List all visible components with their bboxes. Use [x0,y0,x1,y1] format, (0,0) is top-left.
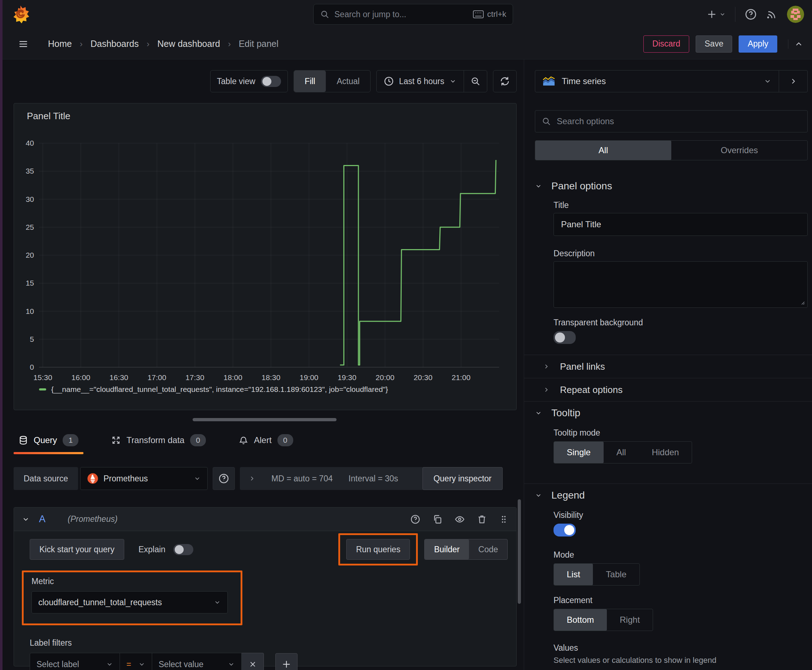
metric-select[interactable]: cloudflared_tunnel_total_requests [32,591,228,613]
repeat-options-label: Repeat options [560,384,622,396]
fill-option[interactable]: Fill [294,71,326,92]
panel-title-input[interactable]: Panel Title [554,213,808,236]
legend-right-option[interactable]: Right [607,609,653,631]
panel-options-header[interactable]: Panel options [535,180,808,192]
tab-overrides[interactable]: Overrides [671,140,807,160]
legend-header[interactable]: Legend [535,490,808,501]
eye-icon [455,514,465,524]
label-filters-label: Label filters [30,638,509,648]
horizontal-scrollbar[interactable] [193,418,337,421]
timeseries-viz-icon [542,76,555,86]
tooltip-header[interactable]: Tooltip [535,407,808,419]
breadcrumb-new-dashboard[interactable]: New dashboard [158,39,220,49]
time-series-chart[interactable]: 051015202530354015:3016:0016:3017:0017:3… [19,122,510,383]
datasource-help-button[interactable] [213,467,235,490]
actual-option[interactable]: Actual [326,71,370,92]
avatar[interactable] [787,6,804,23]
panel-options-sidebar: Time series Search options All Overrides… [524,59,812,670]
resize-handle-icon[interactable] [799,298,805,305]
query-options-bar[interactable]: MD = auto = 704 Interval = 30s Query ins… [240,467,503,490]
query-options-md: MD = auto = 704 [271,474,332,484]
query-inspector-button[interactable]: Query inspector [422,467,503,490]
add-filter-button[interactable] [275,653,298,670]
save-button[interactable]: Save [696,36,732,52]
time-range-label: Last 6 hours [399,76,444,86]
discard-button[interactable]: Discard [643,36,689,52]
builder-option[interactable]: Builder [425,540,469,559]
svg-text:19:30: 19:30 [337,373,357,382]
keyboard-icon [473,10,484,18]
query-help-button[interactable] [410,514,420,524]
svg-text:20: 20 [26,251,34,259]
metric-value: cloudflared_tunnel_total_requests [38,598,162,607]
duplicate-query-button[interactable] [432,514,442,524]
tooltip-hidden-option[interactable]: Hidden [639,442,692,463]
datasource-picker[interactable]: Prometheus [80,467,208,490]
grafana-logo-icon[interactable] [11,5,30,24]
panel: Panel Title 051015202530354015:3016:0016… [14,103,517,410]
chevron-down-icon [535,183,542,189]
tab-alert[interactable]: Alert 0 [234,431,298,454]
database-icon [19,436,28,445]
news-button[interactable] [766,8,778,20]
zoom-out-button[interactable] [464,71,487,92]
new-menu-button[interactable] [706,9,726,20]
refresh-button[interactable] [493,70,517,92]
menu-toggle-button[interactable] [17,39,29,49]
legend-placement-switch: Bottom Right [554,609,653,631]
vertical-scrollbar[interactable] [518,499,521,604]
kick-start-button[interactable]: Kick start your query [30,539,124,560]
query-options-interval: Interval = 30s [348,474,398,484]
query-toolbar: Kick start your query Explain Run querie… [14,531,516,560]
breadcrumb-bar: Home › Dashboards › New dashboard › Edit… [0,29,812,59]
breadcrumb-dashboards[interactable]: Dashboards [91,39,139,49]
tab-transform-label: Transform data [126,435,185,445]
legend-visibility-toggle[interactable] [554,524,576,536]
toggle-query-visibility-button[interactable] [455,514,465,524]
toggle-viz-picker-button[interactable] [779,71,807,92]
description-label: Description [554,249,808,259]
explain-toggle[interactable] [173,544,193,555]
tab-query[interactable]: Query 1 [14,431,83,454]
tab-all[interactable]: All [535,140,671,160]
operator-dropdown[interactable]: = [120,653,152,670]
options-search-input[interactable]: Search options [535,110,808,132]
chart-legend[interactable]: {__name__="cloudflared_tunnel_total_requ… [39,385,511,394]
svg-text:19:00: 19:00 [300,373,319,382]
tab-transform-data[interactable]: Transform data 0 [106,431,211,454]
panel-view-toolbar: Table view Fill Actual Last 6 hours [14,70,524,92]
apply-button[interactable]: Apply [739,36,777,52]
repeat-options-section[interactable]: Repeat options [543,378,808,401]
transparent-bg-toggle[interactable] [554,331,576,344]
query-a-header[interactable]: A (Prometheus) [14,508,516,531]
help-button[interactable] [745,8,757,20]
visualization-select[interactable]: Time series [535,71,779,92]
search-bar[interactable]: Search or jump to... ctrl+k [313,4,513,25]
time-range-button[interactable]: Last 6 hours [376,71,464,92]
chevron-down-icon [719,11,726,17]
select-value-placeholder: Select value [159,660,203,669]
remove-filter-button[interactable] [242,653,264,670]
panel-links-section[interactable]: Panel links [543,355,808,378]
datasource-value: Prometheus [103,474,148,484]
query-datasource-hint: (Prometheus) [68,514,117,524]
delete-query-button[interactable] [477,514,487,524]
table-view-toggle[interactable] [261,76,281,87]
tooltip-single-option[interactable]: Single [554,442,603,463]
select-label-dropdown[interactable]: Select label [30,653,120,670]
breadcrumb: Home › Dashboards › New dashboard › Edit… [48,39,278,49]
collapse-header-button[interactable] [788,39,804,49]
tooltip-all-option[interactable]: All [603,442,639,463]
options-search-placeholder: Search options [557,116,614,126]
clock-icon [384,76,394,86]
run-queries-button[interactable]: Run queries [346,539,410,560]
code-option[interactable]: Code [469,540,507,559]
select-value-dropdown[interactable]: Select value [152,653,242,670]
description-textarea[interactable] [554,261,808,308]
legend-table-option[interactable]: Table [593,564,639,585]
drag-query-handle[interactable] [499,514,509,524]
legend-bottom-option[interactable]: Bottom [554,609,607,631]
tab-query-label: Query [34,435,57,445]
legend-list-option[interactable]: List [554,564,593,585]
breadcrumb-home[interactable]: Home [48,39,72,49]
